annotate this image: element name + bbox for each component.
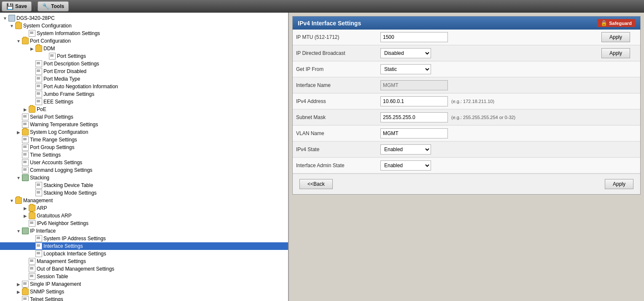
tree-port-error-disabled[interactable]: Port Error Disabled	[0, 68, 288, 75]
tree-sys-log-config[interactable]: ▶ System Log Configuration	[0, 128, 288, 136]
tree-single-ip-mgmt[interactable]: ▶ Single IP Management	[0, 280, 288, 288]
page-icon	[35, 190, 42, 196]
tools-button[interactable]: 🔧 Tools	[38, 1, 69, 11]
expander-ddm[interactable]: ▶	[29, 46, 35, 51]
ipv4-address-input[interactable]	[380, 96, 448, 106]
tree-time-range[interactable]: Time Range Settings	[0, 136, 288, 144]
save-button[interactable]: 💾 Save	[2, 1, 32, 11]
vlan-name-controls	[380, 128, 637, 138]
tree-gratuitous-arp[interactable]: ▶ Gratuitous ARP	[0, 212, 288, 220]
tree-serial-port-settings[interactable]: Serial Port Settings	[0, 113, 288, 121]
expander-stacking[interactable]: ▼	[15, 176, 22, 180]
tree-time-settings[interactable]: Time Settings	[0, 151, 288, 159]
folder-icon	[29, 205, 35, 212]
page-icon	[22, 159, 29, 166]
tree-port-group-settings[interactable]: Port Group Settings	[0, 144, 288, 151]
interface-name-input[interactable]	[380, 80, 448, 90]
tree-session-table[interactable]: Session Table	[0, 273, 288, 280]
page-icon	[29, 220, 35, 227]
folder-icon	[15, 22, 22, 29]
time-settings-label: Time Settings	[30, 152, 61, 158]
page-icon	[22, 296, 29, 301]
tree-poe[interactable]: ▶ PoE	[0, 106, 288, 113]
ip-directed-broadcast-apply-button[interactable]: Apply	[601, 48, 630, 58]
tree-ip-interface[interactable]: ▼ IP Interface	[0, 227, 288, 235]
tree-port-settings[interactable]: Port Settings	[0, 52, 288, 60]
tree-cmd-logging[interactable]: Command Logging Settings	[0, 166, 288, 174]
expander-sys-config[interactable]: ▼	[8, 24, 15, 28]
ipv4-state-controls: Enabled Disabled	[380, 144, 637, 155]
expander-port-config[interactable]: ▼	[15, 39, 22, 43]
tree-eee-settings[interactable]: EEE Settings	[0, 98, 288, 106]
tree-jumbo-frame[interactable]: Jumbo Frame Settings	[0, 90, 288, 98]
ipv4-state-label: IPv4 State	[296, 146, 380, 152]
ip-mtu-label: IP MTU (512-1712)	[296, 34, 380, 40]
tree-management[interactable]: ▼ Management	[0, 197, 288, 204]
ip-directed-broadcast-row: IP Directed Broadcast Disabled Enabled A…	[293, 45, 640, 61]
interface-settings-label: Interface Settings	[43, 243, 83, 249]
tree-arp[interactable]: ▶ ARP	[0, 204, 288, 212]
panel-title-bar: IPv4 Interface Settings 🔒 Safeguard	[293, 16, 640, 30]
expander-poe[interactable]: ▶	[22, 107, 29, 112]
safeguard-text: Safeguard	[609, 21, 632, 26]
stack-icon	[22, 228, 29, 234]
tree-loopback-interface[interactable]: Loopback Interface Settings	[0, 250, 288, 258]
ip-mtu-input[interactable]	[380, 32, 448, 42]
ip-directed-broadcast-controls: Disabled Enabled	[380, 48, 552, 58]
tree-telnet-settings[interactable]: Telnet Settings	[0, 296, 288, 301]
sys-config-label: System Configuration	[23, 23, 72, 29]
interface-admin-state-select[interactable]: Enabled Disabled	[380, 160, 431, 171]
page-icon	[22, 144, 29, 151]
tree-port-media-type[interactable]: Port Media Type	[0, 75, 288, 83]
expander-syslog[interactable]: ▶	[15, 130, 22, 135]
tree-ddm[interactable]: ▶ DDM	[0, 45, 288, 52]
tree-system-config[interactable]: ▼ System Configuration	[0, 22, 288, 30]
tree-sys-info-settings[interactable]: System Information Settings	[0, 30, 288, 37]
tree-stacking-mode[interactable]: Stacking Mode Settings	[0, 189, 288, 197]
tree-oob-mgmt[interactable]: Out of Band Management Settings	[0, 265, 288, 273]
ip-mtu-apply-button[interactable]: Apply	[601, 32, 630, 42]
page-icon	[35, 68, 42, 75]
panel-title-text: IPv4 Interface Settings	[298, 20, 361, 27]
vlan-name-input[interactable]	[380, 128, 448, 138]
bottom-apply-button[interactable]: Apply	[605, 179, 633, 189]
tree-stacking[interactable]: ▼ Stacking	[0, 174, 288, 182]
expander-gratuitous-arp[interactable]: ▶	[22, 214, 29, 218]
tree-port-config[interactable]: ▼ Port Configuration	[0, 37, 288, 45]
tree-snmp-settings[interactable]: ▶ SNMP Settings	[0, 288, 288, 296]
page-icon	[22, 152, 29, 158]
tree-stacking-device-table[interactable]: Stacking Device Table	[0, 182, 288, 189]
subnet-mask-input[interactable]	[380, 112, 448, 122]
tree-device-root[interactable]: ▼ DGS-3420-28PC	[0, 14, 288, 22]
tree-sys-ip-addr[interactable]: System IP Address Settings	[0, 235, 288, 242]
expander-device[interactable]: ▼	[2, 16, 8, 21]
tree-warning-temp[interactable]: Warning Temperature Settings	[0, 121, 288, 128]
tree-user-accounts[interactable]: User Accounts Settings	[0, 159, 288, 166]
get-ip-from-select[interactable]: Static DHCP BOOTP	[380, 64, 431, 74]
expander-sip[interactable]: ▶	[15, 282, 22, 287]
main-layout: ▼ DGS-3420-28PC ▼ System Configuration S…	[0, 13, 644, 301]
expander-snmp[interactable]: ▶	[15, 290, 22, 294]
expander-ip-interface[interactable]: ▼	[15, 229, 22, 233]
expander-mgmt[interactable]: ▼	[8, 198, 15, 203]
poe-label: PoE	[37, 106, 46, 112]
back-button[interactable]: <<Back	[299, 179, 333, 189]
tree-interface-settings[interactable]: Interface Settings	[0, 242, 288, 250]
tree-port-auto-neg[interactable]: Port Auto Negotiation Information	[0, 83, 288, 90]
sys-info-label: System Information Settings	[37, 30, 100, 36]
tree-ipv6-neighbor[interactable]: IPv6 Neighbor Settings	[0, 220, 288, 227]
expander-arp[interactable]: ▶	[22, 206, 29, 211]
tree-mgmt-settings[interactable]: Management Settings	[0, 258, 288, 265]
ip-directed-broadcast-select[interactable]: Disabled Enabled	[380, 48, 431, 58]
stack-icon	[22, 174, 29, 181]
ipv6-neighbor-label: IPv6 Neighbor Settings	[37, 220, 89, 226]
folder-icon	[29, 212, 35, 219]
interface-admin-state-controls: Enabled Disabled	[380, 160, 637, 171]
sys-ip-addr-label: System IP Address Settings	[43, 236, 106, 241]
ipv4-state-select[interactable]: Enabled Disabled	[380, 144, 431, 155]
tree-port-desc-settings[interactable]: Port Description Settings	[0, 60, 288, 68]
page-icon	[35, 91, 42, 98]
stacking-mode-label: Stacking Mode Settings	[43, 190, 97, 196]
right-panel: IPv4 Interface Settings 🔒 Safeguard IP M…	[289, 13, 644, 301]
navigation-tree[interactable]: ▼ DGS-3420-28PC ▼ System Configuration S…	[0, 13, 289, 301]
